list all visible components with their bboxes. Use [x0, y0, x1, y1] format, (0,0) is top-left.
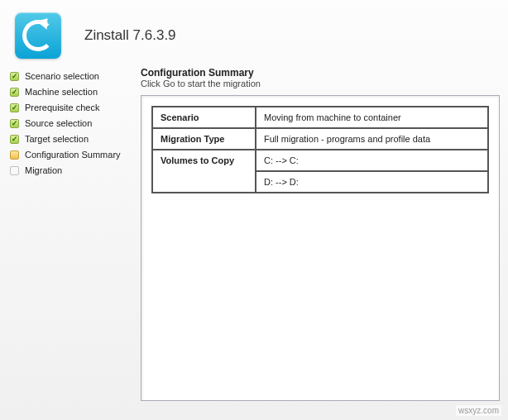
- sidebar-item-configuration-summary[interactable]: Configuration Summary: [8, 147, 134, 163]
- volumes-label: Volumes to Copy: [152, 150, 256, 193]
- sidebar: Scenario selection Machine selection Pre…: [5, 67, 137, 401]
- sidebar-item-label: Configuration Summary: [25, 149, 121, 161]
- section-title: Configuration Summary: [141, 67, 500, 79]
- app-logo: [15, 12, 61, 59]
- scenario-label: Scenario: [152, 107, 256, 128]
- check-icon: [10, 88, 19, 97]
- sidebar-item-label: Migration: [25, 165, 62, 177]
- sidebar-item-machine[interactable]: Machine selection: [8, 84, 134, 100]
- content-area: Configuration Summary Click Go to start …: [137, 67, 500, 401]
- unchecked-icon: [10, 166, 19, 175]
- sidebar-item-label: Source selection: [25, 117, 92, 130]
- sidebar-item-source[interactable]: Source selection: [8, 116, 134, 131]
- check-icon: [10, 135, 19, 144]
- sidebar-item-scenario[interactable]: Scenario selection: [8, 69, 134, 84]
- table-row: Migration Type Full migration - programs…: [152, 128, 488, 150]
- sidebar-item-target[interactable]: Target selection: [8, 131, 134, 147]
- sidebar-item-migration[interactable]: Migration: [8, 163, 134, 179]
- main: Scenario selection Machine selection Pre…: [0, 67, 508, 409]
- migration-type-label: Migration Type: [152, 128, 256, 150]
- check-icon: [10, 119, 19, 128]
- migration-type-value: Full migration - programs and profile da…: [256, 128, 488, 150]
- scenario-value: Moving from machine to container: [256, 107, 488, 128]
- sidebar-item-label: Target selection: [25, 133, 89, 146]
- sidebar-item-label: Scenario selection: [25, 70, 99, 83]
- summary-table: Scenario Moving from machine to containe…: [151, 106, 489, 193]
- table-row: Volumes to Copy C: --> C:: [152, 150, 488, 171]
- table-row: Scenario Moving from machine to containe…: [152, 107, 488, 128]
- volume-mapping-2: D: --> D:: [256, 171, 488, 193]
- app-title: Zinstall 7.6.3.9: [84, 27, 176, 44]
- check-icon: [10, 103, 19, 112]
- summary-panel: Scenario Moving from machine to containe…: [141, 95, 500, 401]
- refresh-icon: [22, 20, 54, 51]
- sidebar-item-label: Machine selection: [25, 86, 98, 98]
- section-subtitle: Click Go to start the migration: [141, 79, 500, 88]
- current-step-icon: [10, 150, 19, 160]
- check-icon: [10, 72, 19, 81]
- sidebar-item-label: Prerequisite check: [25, 102, 100, 114]
- volume-mapping-1: C: --> C:: [256, 150, 488, 171]
- watermark: wsxyz.com: [456, 405, 501, 416]
- sidebar-item-prerequisite[interactable]: Prerequisite check: [8, 100, 134, 116]
- header: Zinstall 7.6.3.9: [0, 0, 508, 67]
